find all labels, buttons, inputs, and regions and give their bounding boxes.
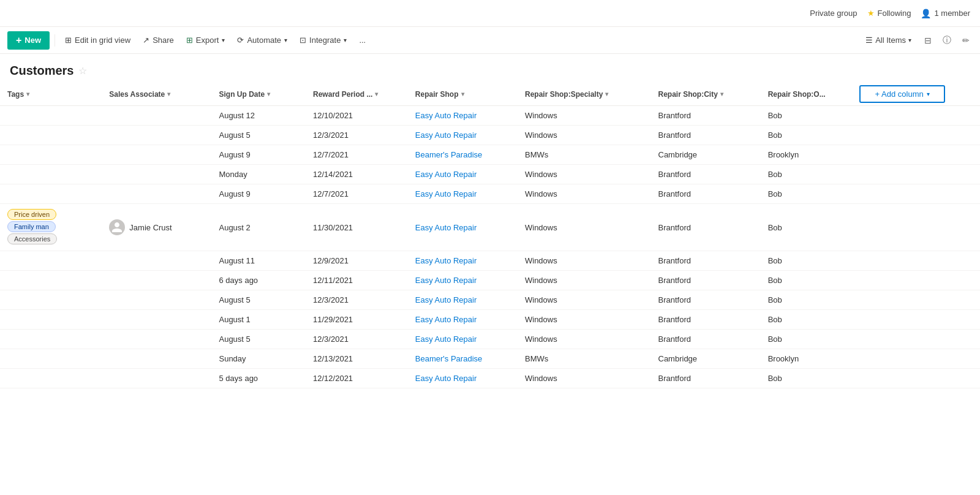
cell-city: Brantford xyxy=(651,126,761,145)
cell-repair-shop: Easy Auto Repair xyxy=(408,271,518,290)
cell-tags xyxy=(0,330,102,349)
cell-sign-up-date: August 2 xyxy=(211,204,306,251)
repair-shop-link[interactable]: Easy Auto Repair xyxy=(415,223,477,232)
repair-shop-link[interactable]: Easy Auto Repair xyxy=(415,130,477,140)
cell-specialty: Windows xyxy=(518,184,651,204)
col-header-repair-shop[interactable]: Repair Shop ▾ xyxy=(408,83,518,106)
col-header-reward-period[interactable]: Reward Period ... ▾ xyxy=(306,83,408,106)
top-bar: Private group ★ Following 👤 1 member xyxy=(0,0,980,27)
info-button[interactable]: ⓘ xyxy=(940,32,954,49)
cell-owner: Bob xyxy=(761,165,855,184)
plus-icon: + xyxy=(16,35,21,46)
integrate-chevron: ▾ xyxy=(344,37,347,43)
table-row: August 111/29/2021Easy Auto RepairWindow… xyxy=(0,310,980,330)
cell-city: Brantford xyxy=(651,310,761,330)
cell-owner: Bob xyxy=(761,330,855,349)
cell-city: Brantford xyxy=(651,271,761,290)
cell-tags xyxy=(0,349,102,369)
col-header-owner[interactable]: Repair Shop:O... xyxy=(761,83,855,106)
private-group-label: Private group xyxy=(810,9,857,18)
cell-owner: Bob xyxy=(761,204,855,251)
edit-button[interactable]: ✏ xyxy=(959,32,973,48)
cell-repair-shop: Easy Auto Repair xyxy=(408,310,518,330)
col-header-specialty[interactable]: Repair Shop:Specialty ▾ xyxy=(518,83,651,106)
favorite-icon[interactable]: ☆ xyxy=(78,65,87,77)
table-body: August 1212/10/2021Easy Auto RepairWindo… xyxy=(0,106,980,388)
cell-specialty: Windows xyxy=(518,330,651,349)
cell-add-column-empty xyxy=(854,251,980,271)
reward-chevron-icon: ▾ xyxy=(375,91,378,97)
cell-specialty: Windows xyxy=(518,369,651,388)
member-count-label: 1 member xyxy=(934,9,970,18)
add-column-button[interactable]: + Add column ▾ xyxy=(859,85,945,103)
col-header-sign-up-date[interactable]: Sign Up Date ▾ xyxy=(211,83,306,106)
repair-shop-link[interactable]: Beamer's Paradise xyxy=(415,354,482,363)
cell-repair-shop: Easy Auto Repair xyxy=(408,126,518,145)
signup-chevron-icon: ▾ xyxy=(267,91,270,97)
cell-specialty: Windows xyxy=(518,310,651,330)
export-button[interactable]: ⊞ Export ▾ xyxy=(181,32,230,48)
cell-sign-up-date: Monday xyxy=(211,165,306,184)
cell-city: Brantford xyxy=(651,369,761,388)
cell-sales-associate xyxy=(102,106,211,126)
cell-tags xyxy=(0,165,102,184)
cell-owner: Bob xyxy=(761,251,855,271)
cell-sales-associate xyxy=(102,369,211,388)
cell-reward-period: 12/3/2021 xyxy=(306,126,408,145)
cell-reward-period: 12/3/2021 xyxy=(306,290,408,310)
cell-reward-period: 11/29/2021 xyxy=(306,310,408,330)
avatar-cell: Jamie Crust xyxy=(109,219,204,235)
automate-button[interactable]: ⟳ Automate ▾ xyxy=(232,32,292,48)
cell-repair-shop: Easy Auto Repair xyxy=(408,106,518,126)
member-count: 👤 1 member xyxy=(921,9,970,18)
cell-sign-up-date: August 5 xyxy=(211,330,306,349)
cell-repair-shop: Easy Auto Repair xyxy=(408,251,518,271)
filter-icon: ⊟ xyxy=(924,36,932,45)
col-city-label: Repair Shop:City xyxy=(658,90,718,99)
col-repair-shop-label: Repair Shop xyxy=(415,90,459,99)
add-column-label: + Add column xyxy=(875,89,924,99)
repair-shop-link[interactable]: Easy Auto Repair xyxy=(415,189,477,198)
pencil-icon: ✏ xyxy=(962,36,970,45)
integrate-button[interactable]: ⊡ Integrate ▾ xyxy=(295,32,352,48)
edit-grid-button[interactable]: ⊞ Edit in grid view xyxy=(60,32,135,48)
col-header-tags[interactable]: Tags ▾ xyxy=(0,83,102,106)
cell-city: Brantford xyxy=(651,165,761,184)
filter-button[interactable]: ⊟ xyxy=(921,32,935,48)
table-row: August 512/3/2021Easy Auto RepairWindows… xyxy=(0,290,980,310)
cell-specialty: Windows xyxy=(518,165,651,184)
cell-sales-associate: Jamie Crust xyxy=(102,204,211,251)
repair-shop-link[interactable]: Easy Auto Repair xyxy=(415,374,477,383)
cell-city: Brantford xyxy=(651,290,761,310)
cell-city: Brantford xyxy=(651,330,761,349)
new-button[interactable]: + New xyxy=(7,31,50,50)
integrate-icon: ⊡ xyxy=(300,36,306,45)
cell-tags xyxy=(0,290,102,310)
repair-shop-link[interactable]: Easy Auto Repair xyxy=(415,295,477,304)
repair-shop-link[interactable]: Easy Auto Repair xyxy=(415,170,477,179)
cell-sales-associate xyxy=(102,330,211,349)
repair-shop-link[interactable]: Beamer's Paradise xyxy=(415,150,482,159)
cell-sign-up-date: 5 days ago xyxy=(211,369,306,388)
cell-repair-shop: Beamer's Paradise xyxy=(408,349,518,369)
col-header-city[interactable]: Repair Shop:City ▾ xyxy=(651,83,761,106)
repair-shop-link[interactable]: Easy Auto Repair xyxy=(415,256,477,265)
cell-owner: Bob xyxy=(761,126,855,145)
repair-shop-link[interactable]: Easy Auto Repair xyxy=(415,315,477,324)
repair-shop-link[interactable]: Easy Auto Repair xyxy=(415,276,477,285)
all-items-button[interactable]: ☰ All Items ▾ xyxy=(861,32,916,48)
cell-reward-period: 12/3/2021 xyxy=(306,330,408,349)
add-column-header[interactable]: + Add column ▾ xyxy=(854,83,980,106)
cell-sign-up-date: August 11 xyxy=(211,251,306,271)
following-button[interactable]: ★ Following xyxy=(867,9,911,18)
cell-specialty: Windows xyxy=(518,251,651,271)
col-owner-label: Repair Shop:O... xyxy=(768,90,826,99)
repair-shop-link[interactable]: Easy Auto Repair xyxy=(415,111,477,120)
more-button[interactable]: ... xyxy=(354,32,371,48)
table-row: Price drivenFamily manAccessoriesJamie C… xyxy=(0,204,980,251)
toolbar: + New ⊞ Edit in grid view ↗ Share ⊞ Expo… xyxy=(0,27,980,54)
repair-shop-link[interactable]: Easy Auto Repair xyxy=(415,334,477,344)
tag-badge: Price driven xyxy=(7,209,56,220)
share-button[interactable]: ↗ Share xyxy=(138,32,179,48)
col-header-sales-associate[interactable]: Sales Associate ▾ xyxy=(102,83,211,106)
